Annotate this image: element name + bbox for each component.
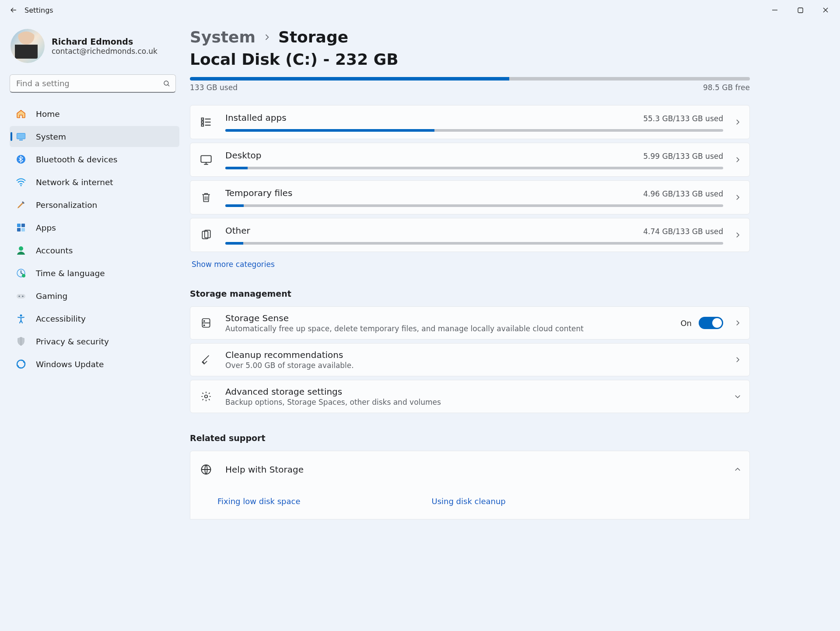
svg-point-17 <box>20 315 22 317</box>
search-input[interactable] <box>10 74 176 93</box>
sidebar-item-label: Personalization <box>36 200 97 210</box>
sidebar-item-label: Accounts <box>36 246 73 255</box>
sidebar-item-system[interactable]: System <box>10 126 179 147</box>
svg-point-11 <box>19 246 23 251</box>
category-other[interactable]: Other 4.74 GB/133 GB used <box>190 218 750 252</box>
chevron-right-icon <box>734 231 742 239</box>
show-more-link[interactable]: Show more categories <box>192 260 275 269</box>
sidebar-item-label: Gaming <box>36 291 67 301</box>
svg-rect-14 <box>17 294 25 298</box>
chevron-right-icon <box>734 193 742 201</box>
sidebar-item-bluetooth[interactable]: Bluetooth & devices <box>10 149 179 170</box>
category-bar <box>225 204 723 207</box>
search-icon <box>163 80 171 88</box>
svg-point-6 <box>21 185 22 186</box>
profile-name: Richard Edmonds <box>52 37 158 46</box>
category-desktop[interactable]: Desktop 5.99 GB/133 GB used <box>190 143 750 177</box>
chevron-up-icon <box>734 466 742 473</box>
update-icon <box>16 359 26 369</box>
section-storage-management: Storage management <box>190 289 827 298</box>
sidebar-item-time[interactable]: Time & language <box>10 263 179 284</box>
sidebar-item-home[interactable]: Home <box>10 103 179 124</box>
storage-sense-row[interactable]: Storage Sense Automatically free up spac… <box>190 306 750 340</box>
chevron-right-icon <box>734 319 742 327</box>
sidebar-item-network[interactable]: Network & internet <box>10 172 179 193</box>
disk-bar <box>190 77 750 81</box>
profile-block[interactable]: Richard Edmonds contact@richedmonds.co.u… <box>10 25 178 70</box>
sidebar: Richard Edmonds contact@richedmonds.co.u… <box>0 20 184 631</box>
nav: Home System Bluetooth & devices Network … <box>10 103 179 375</box>
help-link-cleanup[interactable]: Using disk cleanup <box>431 497 505 506</box>
category-name: Temporary files <box>225 188 292 198</box>
maximize-icon <box>798 7 803 13</box>
minimize-button[interactable] <box>762 3 788 17</box>
back-button[interactable] <box>4 1 23 19</box>
maximize-button[interactable] <box>788 3 813 17</box>
help-row[interactable]: Help with Storage <box>190 451 750 488</box>
sidebar-item-apps[interactable]: Apps <box>10 217 179 238</box>
sidebar-item-label: Privacy & security <box>36 337 109 346</box>
minimize-icon <box>772 7 778 13</box>
apps-icon <box>16 222 26 233</box>
advanced-row[interactable]: Advanced storage settings Backup options… <box>190 380 750 413</box>
home-icon <box>16 109 26 119</box>
app-name: Settings <box>24 6 53 14</box>
disk-used-label: 133 GB used <box>190 83 238 92</box>
monitor-icon <box>197 151 215 168</box>
cleanup-sub: Over 5.00 GB of storage available. <box>225 361 723 370</box>
other-icon <box>197 226 215 244</box>
sidebar-item-update[interactable]: Windows Update <box>10 354 179 375</box>
svg-rect-3 <box>17 133 25 139</box>
sidebar-item-personalization[interactable]: Personalization <box>10 194 179 215</box>
help-title: Help with Storage <box>225 464 723 475</box>
search-wrap <box>10 74 176 93</box>
apps-list-icon <box>197 113 215 131</box>
paintbrush-icon <box>16 200 26 210</box>
globe-help-icon <box>197 461 215 478</box>
category-temporary[interactable]: Temporary files 4.96 GB/133 GB used <box>190 180 750 214</box>
chevron-right-icon <box>734 156 742 164</box>
svg-rect-19 <box>202 118 204 120</box>
breadcrumb-current: Storage <box>278 28 348 46</box>
close-button[interactable] <box>813 3 838 17</box>
close-icon <box>822 7 829 13</box>
storage-sense-toggle[interactable] <box>699 317 723 329</box>
avatar <box>10 29 45 63</box>
sidebar-item-privacy[interactable]: Privacy & security <box>10 331 179 352</box>
bluetooth-icon <box>16 154 26 165</box>
sidebar-item-label: System <box>36 132 66 141</box>
category-bar <box>225 167 723 169</box>
drive-icon <box>197 314 215 332</box>
toggle-label: On <box>680 319 692 328</box>
svg-rect-10 <box>21 228 25 231</box>
category-installed-apps[interactable]: Installed apps 55.3 GB/133 GB used <box>190 105 750 139</box>
svg-point-1 <box>164 81 168 85</box>
disk-fill <box>190 77 509 81</box>
trash-icon <box>197 189 215 206</box>
section-related: Related support <box>190 433 827 443</box>
accessibility-icon <box>16 313 26 324</box>
svg-point-16 <box>22 296 24 297</box>
breadcrumb: System Storage <box>190 28 827 46</box>
chevron-right-icon <box>262 33 271 42</box>
category-name: Installed apps <box>225 112 287 123</box>
chevron-down-icon <box>734 393 742 400</box>
help-link-fixing[interactable]: Fixing low disk space <box>217 497 300 506</box>
sidebar-item-accounts[interactable]: Accounts <box>10 240 179 261</box>
broom-icon <box>197 351 215 368</box>
system-icon <box>16 131 26 142</box>
arrow-left-icon <box>9 6 18 14</box>
clock-globe-icon <box>16 268 26 278</box>
sidebar-item-label: Bluetooth & devices <box>36 155 117 164</box>
person-icon <box>16 245 26 256</box>
storage-sense-title: Storage Sense <box>225 313 670 323</box>
main: System Storage Local Disk (C:) - 232 GB … <box>184 20 840 631</box>
sidebar-item-accessibility[interactable]: Accessibility <box>10 308 179 329</box>
sidebar-item-gaming[interactable]: Gaming <box>10 285 179 306</box>
cleanup-row[interactable]: Cleanup recommendations Over 5.00 GB of … <box>190 343 750 376</box>
breadcrumb-parent[interactable]: System <box>190 28 256 46</box>
category-name: Other <box>225 225 250 236</box>
sidebar-item-label: Network & internet <box>36 178 113 187</box>
category-usage: 55.3 GB/133 GB used <box>643 114 723 123</box>
chevron-right-icon <box>734 118 742 126</box>
